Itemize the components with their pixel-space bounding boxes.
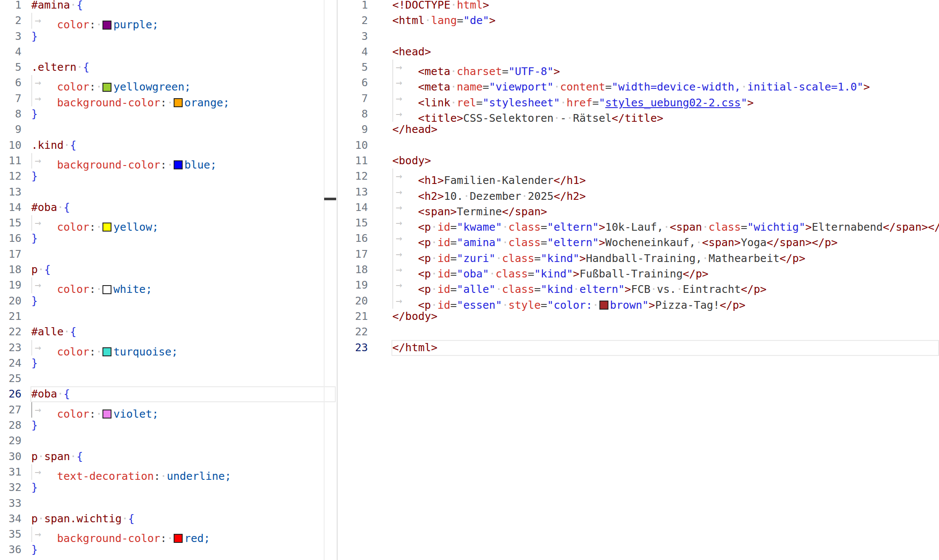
code-line[interactable]: 14#oba·{ bbox=[0, 200, 337, 215]
code-line[interactable]: 12} bbox=[0, 169, 337, 184]
line-number[interactable]: 35 bbox=[0, 527, 21, 542]
editor-split-divider[interactable] bbox=[337, 0, 338, 560]
code-line[interactable]: 4 bbox=[0, 44, 337, 60]
code-line[interactable]: 18p·{ bbox=[0, 262, 337, 277]
code-line[interactable]: 13→<h2>10.·Dezember·2025</h2> bbox=[338, 184, 939, 200]
code-text[interactable]: </html> bbox=[368, 340, 939, 355]
line-number[interactable]: 8 bbox=[0, 106, 21, 122]
color-swatch[interactable] bbox=[102, 409, 111, 418]
line-number[interactable]: 9 bbox=[0, 122, 21, 137]
line-number[interactable]: 17 bbox=[338, 247, 368, 262]
color-swatch[interactable] bbox=[102, 83, 111, 92]
code-text[interactable]: </head> bbox=[368, 122, 939, 137]
code-text[interactable]: } bbox=[21, 542, 337, 557]
code-line[interactable]: 36} bbox=[0, 542, 337, 557]
line-number[interactable]: 3 bbox=[0, 29, 21, 44]
line-number[interactable]: 5 bbox=[338, 60, 368, 75]
code-line[interactable]: 19→<p·id="alle"·class="kind·eltern">FCB·… bbox=[338, 277, 939, 293]
color-swatch[interactable] bbox=[174, 98, 183, 107]
code-text[interactable]: } bbox=[21, 418, 337, 433]
code-text[interactable]: →<p·id="kwame"·class="eltern">10k-Lauf,·… bbox=[368, 215, 939, 231]
overview-ruler[interactable] bbox=[324, 0, 325, 560]
line-number[interactable]: 28 bbox=[0, 418, 21, 433]
code-line[interactable]: 28} bbox=[0, 418, 337, 433]
code-line[interactable]: 16} bbox=[0, 231, 337, 246]
code-text[interactable]: #alle·{ bbox=[21, 324, 337, 340]
code-line[interactable]: 2→color:·purple; bbox=[0, 13, 337, 28]
code-text[interactable]: →<h1>Familien-Kalender</h1> bbox=[368, 169, 939, 184]
code-line[interactable]: 10.kind·{ bbox=[0, 138, 337, 153]
code-line[interactable]: 14→<span>Termine</span> bbox=[338, 200, 939, 215]
code-text[interactable]: →color:·violet; bbox=[21, 402, 337, 418]
code-line[interactable]: 34p·span.wichtig·{ bbox=[0, 511, 337, 527]
code-text[interactable] bbox=[368, 138, 939, 153]
code-text[interactable]: →<p·id="essen"·style="color:·brown">Pizz… bbox=[368, 293, 939, 309]
line-number[interactable]: 26 bbox=[0, 386, 21, 402]
code-line[interactable]: 4<head> bbox=[338, 44, 939, 60]
code-text[interactable] bbox=[21, 309, 337, 324]
code-line[interactable]: 7→<link·rel="stylesheet"·href="styles_ue… bbox=[338, 91, 939, 106]
line-number[interactable]: 23 bbox=[0, 340, 21, 355]
code-line[interactable]: 24} bbox=[0, 355, 337, 371]
code-text[interactable] bbox=[21, 433, 337, 449]
line-number[interactable]: 21 bbox=[0, 309, 21, 324]
code-line[interactable]: 17→<p·id="zuri"·class="kind">Handball-Tr… bbox=[338, 247, 939, 262]
code-line[interactable]: 25 bbox=[0, 371, 337, 386]
line-number[interactable]: 22 bbox=[338, 324, 368, 340]
code-text[interactable]: →<p·id="oba"·class="kind">Fußball-Traini… bbox=[368, 262, 939, 277]
code-text[interactable]: } bbox=[21, 293, 337, 309]
code-line[interactable]: 6→color:·yellowgreen; bbox=[0, 75, 337, 90]
line-number[interactable]: 31 bbox=[0, 464, 21, 480]
code-line[interactable]: 21</body> bbox=[338, 309, 939, 324]
code-line[interactable]: 8→<title>CSS-Selektoren·-·Rätsel</title> bbox=[338, 106, 939, 122]
code-line[interactable]: 35→background-color:·red; bbox=[0, 527, 337, 542]
code-text[interactable]: <!DOCTYPE·html> bbox=[368, 0, 939, 13]
code-text[interactable] bbox=[21, 122, 337, 137]
code-text[interactable]: →<title>CSS-Selektoren·-·Rätsel</title> bbox=[368, 106, 939, 122]
code-line[interactable]: 6→<meta·name="viewport"·content="width=d… bbox=[338, 75, 939, 90]
line-number[interactable]: 12 bbox=[0, 169, 21, 184]
color-swatch[interactable] bbox=[102, 347, 111, 356]
line-number[interactable]: 34 bbox=[0, 511, 21, 527]
code-line[interactable]: 8} bbox=[0, 106, 337, 122]
code-text[interactable] bbox=[21, 247, 337, 262]
line-number[interactable]: 16 bbox=[0, 231, 21, 246]
code-line[interactable]: 1<!DOCTYPE·html> bbox=[338, 0, 939, 13]
line-number[interactable]: 3 bbox=[338, 29, 368, 44]
code-line[interactable]: 15→<p·id="kwame"·class="eltern">10k-Lauf… bbox=[338, 215, 939, 231]
code-line[interactable]: 2<html·lang="de"> bbox=[338, 13, 939, 28]
code-text[interactable]: <head> bbox=[368, 44, 939, 60]
code-line[interactable]: 20} bbox=[0, 293, 337, 309]
line-number[interactable]: 2 bbox=[338, 13, 368, 28]
code-text[interactable] bbox=[21, 44, 337, 60]
code-text[interactable]: →color:·purple; bbox=[21, 13, 337, 28]
code-text[interactable]: .eltern·{ bbox=[21, 60, 337, 75]
code-text[interactable]: →background-color:·red; bbox=[21, 527, 337, 542]
code-text[interactable] bbox=[21, 496, 337, 511]
code-text[interactable]: #oba·{ bbox=[21, 386, 337, 402]
code-text[interactable] bbox=[368, 324, 939, 340]
code-line[interactable]: 9</head> bbox=[338, 122, 939, 137]
code-text[interactable]: p·span·{ bbox=[21, 449, 337, 464]
color-swatch[interactable] bbox=[599, 301, 608, 310]
line-number[interactable]: 2 bbox=[0, 13, 21, 28]
line-number[interactable]: 19 bbox=[0, 277, 21, 293]
line-number[interactable]: 10 bbox=[338, 138, 368, 153]
code-text[interactable]: →color:·yellowgreen; bbox=[21, 75, 337, 90]
code-text[interactable]: #amina·{ bbox=[21, 0, 337, 13]
code-text[interactable]: →<span>Termine</span> bbox=[368, 200, 939, 215]
line-number[interactable]: 33 bbox=[0, 496, 21, 511]
code-text[interactable] bbox=[21, 184, 337, 200]
code-text[interactable]: p·span.wichtig·{ bbox=[21, 511, 337, 527]
color-swatch[interactable] bbox=[102, 223, 111, 232]
line-number[interactable]: 7 bbox=[0, 91, 21, 106]
code-line[interactable]: 29 bbox=[0, 433, 337, 449]
code-line[interactable]: 22 bbox=[338, 324, 939, 340]
code-text[interactable]: } bbox=[21, 480, 337, 495]
color-swatch[interactable] bbox=[102, 21, 111, 30]
code-line[interactable]: 3 bbox=[338, 29, 939, 44]
line-number[interactable]: 30 bbox=[0, 449, 21, 464]
code-text[interactable]: </body> bbox=[368, 309, 939, 324]
line-number[interactable]: 6 bbox=[0, 75, 21, 90]
line-number[interactable]: 4 bbox=[0, 44, 21, 60]
